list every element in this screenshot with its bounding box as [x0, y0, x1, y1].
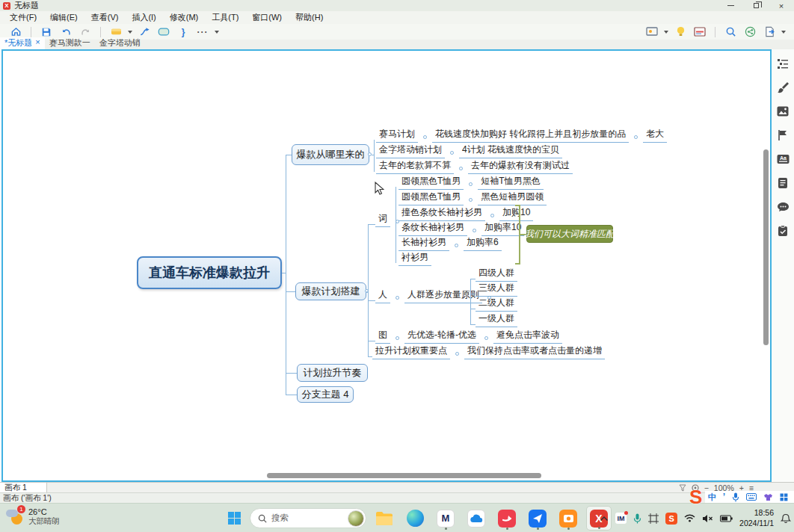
tray-sogou-icon[interactable]: S: [665, 513, 677, 525]
collapse-dot[interactable]: [423, 135, 427, 139]
collapse-dot[interactable]: [450, 151, 454, 155]
vertical-scrollbar[interactable]: [763, 149, 769, 345]
comments-icon[interactable]: [777, 200, 790, 213]
topic-where-hot-items-from[interactable]: 爆款从哪里来的: [292, 144, 369, 165]
tab-jinzita[interactable]: 金字塔动销: [95, 37, 145, 49]
topic[interactable]: 金字塔动销计划: [376, 143, 445, 158]
topic[interactable]: 撞色条纹长袖衬衫男: [398, 206, 485, 221]
tray-mic-icon[interactable]: [633, 513, 641, 524]
battery-icon[interactable]: [720, 515, 733, 522]
notes-icon[interactable]: [777, 176, 790, 189]
collapse-dot[interactable]: [634, 135, 638, 139]
taskbar-app-im[interactable]: M: [433, 506, 458, 531]
taskbar-app-cloud[interactable]: [464, 506, 489, 531]
undo-icon[interactable]: [59, 26, 73, 38]
topic[interactable]: 花钱速度快加购好 转化跟得上并且初步放量的品: [432, 128, 629, 143]
topic[interactable]: 短袖T恤男黑色: [478, 175, 543, 190]
topic[interactable]: 圆领黑色T恤男: [398, 191, 464, 205]
search-daily-image[interactable]: [348, 510, 364, 527]
ime-keyboard-icon[interactable]: [746, 493, 757, 501]
topic[interactable]: 黑色短袖男圆领: [478, 191, 547, 205]
topic[interactable]: 四级人群: [476, 267, 517, 282]
collapse-dot[interactable]: [484, 336, 488, 340]
weather-widget[interactable]: 1 26°C 大部晴朗: [4, 507, 60, 526]
topic[interactable]: 4计划 花钱速度快的宝贝: [459, 143, 562, 158]
tray-clock[interactable]: 18:56 2024/11/1: [739, 508, 774, 528]
topic[interactable]: 赛马计划: [376, 128, 418, 143]
restore-button[interactable]: [743, 0, 769, 11]
collapse-dot[interactable]: [469, 198, 473, 202]
ime-punctuation-toggle[interactable]: ’: [723, 492, 725, 502]
topic[interactable]: 先优选-轮播-优选: [404, 329, 479, 344]
save-icon[interactable]: [40, 26, 53, 38]
summary-topic[interactable]: 我们可以大词精准匹配: [526, 225, 613, 243]
tab-saima[interactable]: 赛马测款一: [45, 37, 95, 49]
zen-mode-icon[interactable]: [693, 26, 707, 38]
more-tools-button[interactable]: ···: [196, 26, 209, 38]
central-topic[interactable]: 直通车标准爆款拉升: [137, 256, 282, 289]
topic[interactable]: 圆领黑色T恤男: [398, 175, 464, 190]
collapse-dot[interactable]: [455, 352, 459, 356]
relationship-icon[interactable]: [138, 26, 151, 38]
ime-voice-icon[interactable]: [732, 492, 739, 502]
home-icon[interactable]: [9, 26, 22, 38]
menu-insert[interactable]: 插入(I): [125, 11, 162, 24]
share-icon[interactable]: [743, 26, 757, 38]
tab-untitled[interactable]: *无标题 ×: [0, 37, 45, 49]
image-icon[interactable]: [777, 105, 790, 117]
boundary-icon[interactable]: [157, 26, 170, 38]
taskbar-app-red[interactable]: [494, 506, 520, 531]
tasks-icon[interactable]: [777, 224, 790, 237]
topic[interactable]: 拉升计划权重要点: [372, 344, 450, 359]
volume-muted-icon[interactable]: [702, 514, 713, 523]
ime-toolbox-icon[interactable]: [780, 493, 788, 501]
topic[interactable]: 去年的爆款有没有测试过: [468, 159, 573, 174]
ime-skin-icon[interactable]: [763, 493, 773, 501]
format-brush-icon[interactable]: [777, 81, 790, 93]
collapse-dot[interactable]: [469, 182, 473, 186]
topic[interactable]: 老大: [643, 128, 667, 143]
taskbar-app-blue[interactable]: [525, 506, 550, 531]
wifi-icon[interactable]: [684, 514, 695, 522]
start-button[interactable]: [228, 512, 241, 525]
topic-plan-setup[interactable]: 爆款计划搭建: [295, 282, 366, 300]
collapse-dot[interactable]: [455, 244, 458, 247]
topic-lift-rhythm[interactable]: 计划拉升节奏: [297, 364, 368, 382]
redo-icon[interactable]: [79, 26, 92, 38]
topic[interactable]: 加购率6: [464, 236, 502, 251]
collapse-dot[interactable]: [396, 296, 399, 300]
tab-close-icon[interactable]: ×: [35, 37, 40, 49]
menu-file[interactable]: 文件(F): [3, 11, 43, 24]
tray-expand-chevron[interactable]: [600, 516, 609, 522]
presentation-icon[interactable]: [645, 26, 659, 38]
menu-modify[interactable]: 修改(M): [163, 11, 206, 24]
taskbar-app-edge[interactable]: [402, 506, 428, 531]
export-icon[interactable]: [763, 26, 776, 38]
horizontal-scrollbar[interactable]: [267, 473, 541, 478]
topic[interactable]: 长袖衬衫男: [398, 236, 449, 251]
topic[interactable]: 二级人群: [476, 297, 517, 312]
topic[interactable]: 去年的老款算不算: [376, 159, 454, 174]
outline-icon[interactable]: [777, 57, 790, 69]
search-icon[interactable]: [724, 26, 737, 38]
topic-people[interactable]: 人: [375, 288, 390, 303]
sogou-logo[interactable]: S: [689, 487, 712, 508]
topic-word[interactable]: 词: [375, 212, 390, 227]
close-button[interactable]: ×: [769, 0, 794, 11]
topic[interactable]: 一级人群: [476, 312, 517, 327]
mindmap-canvas[interactable]: 直通车标准爆款拉升 爆款从哪里来的 赛马计划 花钱速度快加购好 转化跟得上并且初…: [1, 49, 772, 482]
sheet-tab-canvas-1[interactable]: 画布 1: [0, 483, 47, 492]
export-dropdown-caret[interactable]: [781, 31, 786, 34]
lightbulb-icon[interactable]: [674, 26, 687, 38]
menu-help[interactable]: 帮助(H): [289, 11, 330, 24]
filter-icon[interactable]: [679, 484, 686, 492]
topic[interactable]: 三级人群: [476, 282, 517, 297]
collapse-dot[interactable]: [473, 229, 476, 232]
menu-edit[interactable]: 编辑(E): [43, 11, 84, 24]
marker-flag-icon[interactable]: [777, 129, 790, 141]
minimize-button[interactable]: [718, 0, 743, 11]
topic[interactable]: 衬衫男: [398, 251, 431, 266]
more-dropdown-caret[interactable]: [215, 31, 219, 34]
marker-icon[interactable]: [109, 26, 123, 38]
topic[interactable]: 条纹长袖衬衫男: [398, 221, 467, 236]
